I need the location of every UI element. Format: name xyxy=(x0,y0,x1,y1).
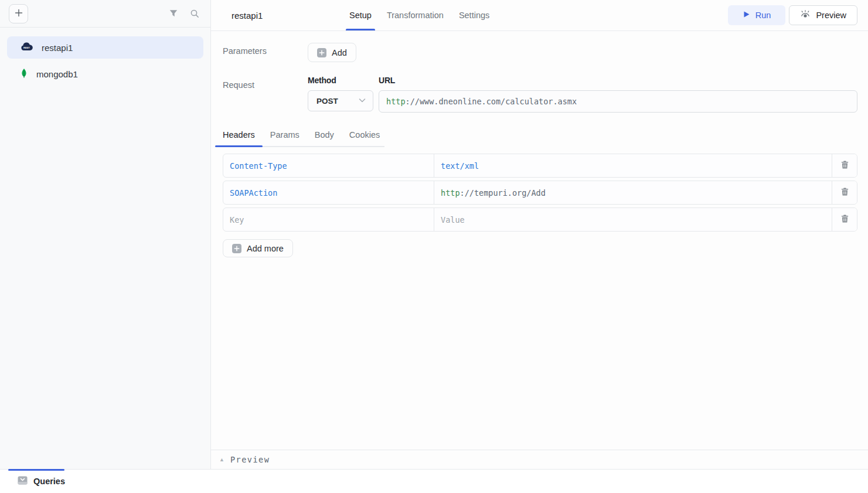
sidebar-item-mongodb1[interactable]: mongodb1 xyxy=(7,63,203,85)
headers-table: Content-Type text/xml SOAPAction http://… xyxy=(223,154,857,232)
mongodb-icon xyxy=(20,68,28,80)
query-sidebar: REST restapi1 mongodb1 xyxy=(0,0,211,469)
trash-icon xyxy=(840,160,849,171)
query-header: restapi1 Setup Transformation Settings R… xyxy=(211,0,868,31)
sidebar-item-restapi1[interactable]: REST restapi1 xyxy=(7,36,203,59)
sidebar-item-label: restapi1 xyxy=(42,43,73,53)
editor-tabs: Setup Transformation Settings xyxy=(349,0,489,30)
search-icon[interactable] xyxy=(188,6,202,21)
header-row: Content-Type text/xml xyxy=(223,154,857,178)
header-value-input[interactable]: Value xyxy=(434,208,832,231)
header-key-input[interactable]: Content-Type xyxy=(223,154,434,177)
delete-row-button[interactable] xyxy=(832,154,857,177)
subtab-body[interactable]: Body xyxy=(315,130,334,146)
svg-text:REST: REST xyxy=(23,46,30,49)
preview-panel-toggle[interactable]: ▲ Preview xyxy=(211,450,868,469)
eye-icon xyxy=(800,10,811,21)
bottom-bar: Queries xyxy=(0,469,868,493)
tab-transformation[interactable]: Transformation xyxy=(387,0,444,30)
trash-icon xyxy=(840,187,849,198)
header-value-input[interactable]: text/xml xyxy=(434,154,832,177)
trash-icon xyxy=(840,214,849,225)
plus-square-icon xyxy=(317,48,326,57)
preview-panel-label: Preview xyxy=(230,455,270,464)
subtab-params[interactable]: Params xyxy=(270,130,299,146)
url-scheme: http xyxy=(386,97,406,106)
tab-settings[interactable]: Settings xyxy=(459,0,489,30)
header-row: Key Value xyxy=(223,208,857,232)
header-value-input[interactable]: http://tempuri.org/Add xyxy=(434,181,832,204)
caret-up-icon: ▲ xyxy=(219,457,224,463)
sidebar-header xyxy=(0,0,210,28)
active-tab-indicator xyxy=(8,469,64,471)
query-editor: restapi1 Setup Transformation Settings R… xyxy=(211,0,868,469)
url-rest: ://www.dneonline.com/calculator.asmx xyxy=(406,97,577,106)
tab-setup[interactable]: Setup xyxy=(349,0,372,30)
method-label: Method xyxy=(308,76,379,85)
url-input[interactable]: http://www.dneonline.com/calculator.asmx xyxy=(379,90,857,113)
preview-button[interactable]: Preview xyxy=(789,5,857,25)
play-icon xyxy=(743,11,750,20)
run-button[interactable]: Run xyxy=(728,5,786,25)
chevron-down-icon xyxy=(358,96,367,107)
subtab-cookies[interactable]: Cookies xyxy=(349,130,380,146)
rest-api-icon: REST xyxy=(20,42,33,53)
url-label: URL xyxy=(379,76,857,85)
delete-row-button[interactable] xyxy=(832,208,857,231)
queries-icon xyxy=(18,476,28,487)
filter-icon[interactable] xyxy=(166,6,181,21)
queries-tab-label: Queries xyxy=(33,477,65,486)
plus-icon xyxy=(14,8,23,19)
request-label: Request xyxy=(223,76,308,113)
queries-tab[interactable]: Queries xyxy=(0,476,65,487)
query-title: restapi1 xyxy=(232,11,349,21)
setup-panel: Parameters Add Request Method POST xyxy=(211,31,868,450)
add-parameter-button[interactable]: Add xyxy=(308,43,356,62)
query-list: REST restapi1 mongodb1 xyxy=(0,28,210,94)
request-subtabs: Headers Params Body Cookies xyxy=(223,130,384,147)
app-window: REST restapi1 mongodb1 restapi1 Setup Tr xyxy=(0,0,868,493)
header-key-input[interactable]: Key xyxy=(223,208,434,231)
method-select[interactable]: POST xyxy=(308,90,373,111)
parameters-label: Parameters xyxy=(223,42,308,62)
plus-square-icon xyxy=(232,244,241,253)
delete-row-button[interactable] xyxy=(832,181,857,204)
add-more-button[interactable]: Add more xyxy=(223,239,293,257)
parameters-row: Parameters Add xyxy=(223,42,857,62)
sidebar-item-label: mongodb1 xyxy=(36,69,78,79)
request-row: Request Method POST URL http: xyxy=(223,76,857,113)
subtab-headers[interactable]: Headers xyxy=(223,130,255,146)
add-query-button[interactable] xyxy=(9,4,28,23)
header-key-input[interactable]: SOAPAction xyxy=(223,181,434,204)
method-value: POST xyxy=(316,97,338,106)
header-row: SOAPAction http://tempuri.org/Add xyxy=(223,181,857,205)
